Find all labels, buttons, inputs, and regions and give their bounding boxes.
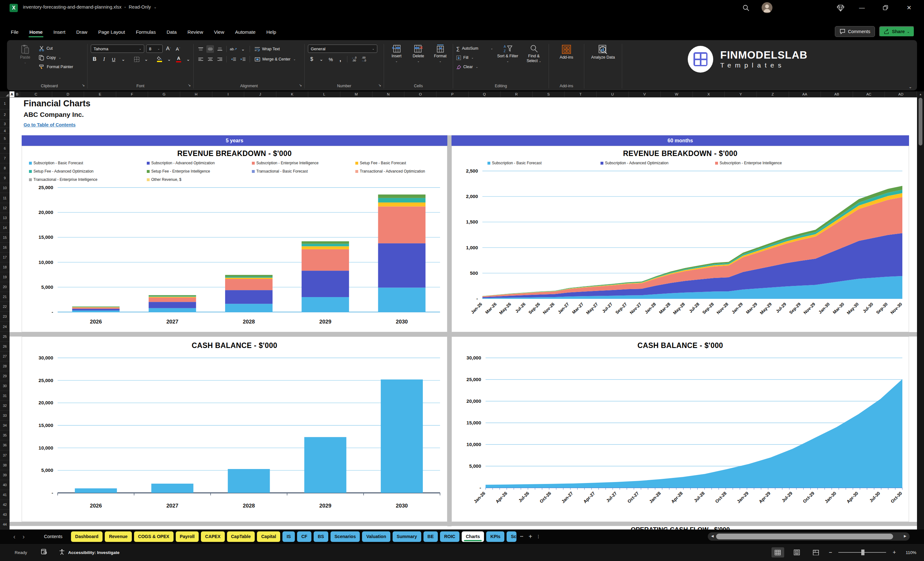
accessibility-status[interactable]: Accessibility: Investigate: [68, 550, 119, 555]
zoom-level[interactable]: 110%: [902, 550, 916, 555]
search-icon[interactable]: [742, 4, 750, 13]
row-header-31[interactable]: 31: [0, 391, 9, 401]
add-sheet-button[interactable]: +: [527, 533, 534, 540]
column-header-M[interactable]: M: [340, 92, 372, 97]
align-top-button[interactable]: [197, 45, 204, 53]
find-select-button[interactable]: Find & Select ⌄: [522, 43, 545, 82]
sheet-tab-scenarios[interactable]: Scenarios: [330, 531, 360, 542]
orientation-button[interactable]: ab↗: [230, 45, 237, 53]
accounting-format-button[interactable]: $: [308, 56, 315, 63]
sheet-tab-summary[interactable]: Summary: [393, 531, 421, 542]
increase-indent-button[interactable]: [239, 56, 247, 63]
row-header-20[interactable]: 20: [0, 282, 9, 292]
italic-button[interactable]: I: [100, 56, 108, 63]
column-header-U[interactable]: U: [597, 92, 629, 97]
column-header-Q[interactable]: Q: [469, 92, 501, 97]
share-button[interactable]: Share ⌄: [879, 26, 915, 37]
font-color-button[interactable]: A: [175, 56, 183, 63]
page-layout-view-button[interactable]: [790, 547, 803, 558]
sheet-tab-cf[interactable]: CF: [297, 531, 311, 542]
column-header-Z[interactable]: Z: [757, 92, 789, 97]
sheet-tab-charts[interactable]: Charts: [462, 531, 484, 542]
premium-diamond-icon[interactable]: [837, 4, 844, 13]
scroll-left-icon[interactable]: ◄: [710, 534, 714, 538]
menu-tab-draw[interactable]: Draw: [75, 27, 88, 37]
delete-cells-button[interactable]: Delete⌄: [409, 43, 428, 82]
decrease-decimal-button[interactable]: .00→.0: [360, 56, 368, 63]
column-header-I[interactable]: I: [212, 92, 244, 97]
merge-center-button[interactable]: Merge & Center ⌄: [255, 56, 296, 63]
normal-view-button[interactable]: [771, 547, 784, 558]
column-header-C[interactable]: C: [20, 92, 52, 97]
row-header-21[interactable]: 21: [0, 292, 9, 302]
align-left-button[interactable]: [197, 56, 204, 63]
column-header-J[interactable]: J: [244, 92, 276, 97]
column-header-A[interactable]: A: [9, 92, 15, 97]
sheet-tab-valuation[interactable]: Valuation: [362, 531, 390, 542]
row-header-24[interactable]: 24: [0, 322, 9, 332]
clear-button[interactable]: Clear⌄: [456, 63, 493, 70]
row-header-44[interactable]: 44: [0, 520, 9, 530]
scroll-right-icon[interactable]: ►: [903, 534, 907, 538]
align-bottom-button[interactable]: [216, 45, 224, 53]
column-header-F[interactable]: F: [116, 92, 148, 97]
menu-tab-insert[interactable]: Insert: [53, 27, 66, 37]
column-header-W[interactable]: W: [661, 92, 693, 97]
row-header-26[interactable]: 26: [0, 342, 9, 351]
row-header-22[interactable]: 22: [0, 302, 9, 312]
row-header-37[interactable]: 37: [0, 450, 9, 460]
menu-tab-page-layout[interactable]: Page Layout: [98, 27, 126, 37]
row-header-30[interactable]: 30: [0, 381, 9, 391]
column-header-X[interactable]: X: [693, 92, 725, 97]
sheet-tab-be[interactable]: BE: [423, 531, 438, 542]
column-header-S[interactable]: S: [532, 92, 565, 97]
row-header-1[interactable]: 1: [0, 98, 9, 110]
vertical-scrollbar-thumb[interactable]: [919, 98, 922, 146]
column-header-G[interactable]: G: [148, 92, 180, 97]
horizontal-scrollbar[interactable]: ◄ ►: [708, 532, 910, 541]
format-painter-button[interactable]: Format Painter: [39, 63, 73, 70]
column-header-R[interactable]: R: [501, 92, 532, 97]
row-header-6[interactable]: 6: [0, 144, 9, 153]
row-header-4[interactable]: 4: [0, 128, 9, 134]
row-header-38[interactable]: 38: [0, 460, 9, 470]
column-header-Y[interactable]: Y: [724, 92, 757, 97]
column-header-N[interactable]: N: [372, 92, 405, 97]
document-title[interactable]: inventory-forecasting-and-demand-plannin…: [23, 4, 157, 9]
sheet-nav-next[interactable]: ›: [20, 533, 27, 540]
vertical-scrollbar[interactable]: ▲: [917, 92, 924, 530]
paste-button[interactable]: Paste ⌄: [15, 43, 36, 82]
column-header-AB[interactable]: AB: [821, 92, 853, 97]
row-header-36[interactable]: 36: [0, 440, 9, 450]
analyze-data-button[interactable]: Analyze Data: [589, 43, 617, 82]
row-header-42[interactable]: 42: [0, 500, 9, 510]
menu-tab-home[interactable]: Home: [28, 27, 43, 37]
sheet-tab-capex[interactable]: CAPEX: [201, 531, 225, 542]
row-header-39[interactable]: 39: [0, 470, 9, 480]
fill-button[interactable]: Fill⌄: [456, 54, 493, 62]
zoom-out-button[interactable]: −: [829, 549, 832, 556]
menu-tab-review[interactable]: Review: [187, 27, 204, 37]
menu-tab-help[interactable]: Help: [266, 27, 277, 37]
row-header-27[interactable]: 27: [0, 351, 9, 362]
zoom-slider-thumb[interactable]: [861, 549, 864, 555]
close-button[interactable]: ×: [904, 3, 914, 12]
column-header-T[interactable]: T: [564, 92, 597, 97]
align-center-button[interactable]: [206, 56, 214, 63]
row-header-11[interactable]: 11: [0, 193, 9, 203]
autosum-button[interactable]: ∑AutoSum⌄: [456, 45, 493, 52]
fill-color-button[interactable]: [156, 56, 164, 63]
font-color-dropdown[interactable]: ⌄: [184, 56, 192, 63]
column-header-H[interactable]: H: [180, 92, 212, 97]
row-header-41[interactable]: 41: [0, 490, 9, 500]
zoom-slider[interactable]: [838, 552, 886, 553]
row-header-35[interactable]: 35: [0, 430, 9, 440]
format-cells-button[interactable]: Format⌄: [431, 43, 450, 82]
sheet-tab-capital[interactable]: Capital: [257, 531, 280, 542]
column-header-B[interactable]: B: [15, 92, 20, 97]
sheet-tab-sc[interactable]: Sc: [507, 531, 516, 542]
alignment-dialog-launcher[interactable]: ↘: [299, 81, 302, 89]
sheet-tab-kpis[interactable]: KPIs: [486, 531, 504, 542]
addins-button[interactable]: Add-ins: [556, 43, 577, 82]
fill-color-dropdown[interactable]: ⌄: [165, 56, 173, 63]
